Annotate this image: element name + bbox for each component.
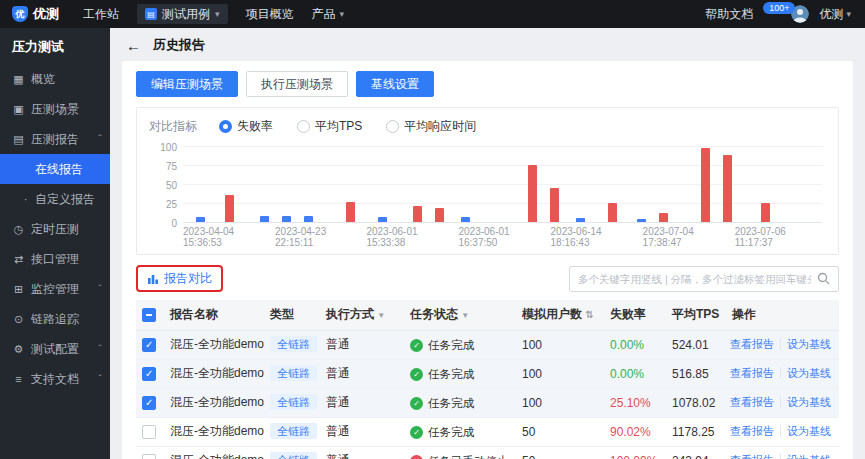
exec-mode: 普通: [320, 330, 404, 359]
success-icon: [410, 368, 423, 381]
sidebar: 压力测试 ▦概览▣压测场景▤压测报告ˆ在线报告·自定义报告◷定时压测⇄接口管理⊞…: [0, 28, 110, 459]
row-checkbox[interactable]: [142, 396, 156, 410]
radio-dot-icon: [297, 120, 310, 133]
exec-mode: 普通: [320, 446, 404, 459]
sidebar-item-test-config[interactable]: ⚙测试配置ˇ: [0, 334, 110, 364]
search-input[interactable]: [578, 273, 811, 285]
chart-bar: [659, 213, 668, 222]
sidebar-item-scenes[interactable]: ▣压测场景: [0, 94, 110, 124]
notification-badge[interactable]: 100+: [763, 2, 795, 14]
report-compare-button[interactable]: 报告对比: [147, 270, 212, 287]
sidebar-item-monitor-mgmt[interactable]: ⊞监控管理ˇ: [0, 274, 110, 304]
sort-icon[interactable]: ⇅: [585, 309, 593, 320]
nav-project-overview[interactable]: 项目概览: [246, 6, 294, 23]
sidebar-item-label: 定时压测: [31, 221, 79, 238]
view-report-link[interactable]: 查看报告: [730, 338, 774, 350]
bar-chart: 1007550250: [183, 146, 822, 222]
sidebar-item-reports[interactable]: ▤压测报告ˆ: [0, 124, 110, 154]
chart-bar: [550, 188, 559, 222]
table-row[interactable]: 混压-全功能demo全链路普通任务已手动停止50100.00%243.94查看报…: [136, 446, 839, 459]
set-baseline-link[interactable]: 设为基线: [780, 396, 831, 408]
row-checkbox[interactable]: [142, 425, 156, 439]
user-count: 100: [516, 330, 604, 359]
sidebar-item-api-mgmt[interactable]: ⇄接口管理: [0, 244, 110, 274]
x-tick-label: 2023-06-01 16:37:50: [458, 226, 550, 248]
table-row[interactable]: 混压-全功能demo全链路普通任务完成1000.00%516.85查看报告设为基…: [136, 359, 839, 388]
x-tick-label: 2023-07-06 11:17:37: [735, 226, 826, 248]
row-checkbox[interactable]: [142, 367, 156, 381]
chart-bar: [378, 217, 387, 222]
status-text: 任务已手动停止: [428, 454, 509, 459]
nav-workstation[interactable]: 工作站: [83, 6, 119, 23]
nav-products[interactable]: 产品 ▾: [312, 6, 345, 23]
chart-x-labels: 2023-04-04 15:36:532023-04-23 22:15:1120…: [183, 226, 826, 248]
metric-radio[interactable]: 失败率: [219, 118, 273, 135]
row-actions: 查看报告设为基线: [726, 359, 839, 388]
row-checkbox[interactable]: [142, 454, 156, 459]
table-row[interactable]: 混压-全功能demo全链路普通任务完成10025.10%1078.02查看报告设…: [136, 388, 839, 417]
report-name: 混压-全功能demo: [164, 446, 264, 459]
chart-bar: [608, 203, 617, 222]
status-text: 任务完成: [428, 367, 474, 382]
table-row[interactable]: 混压-全功能demo全链路普通任务完成1000.00%524.01查看报告设为基…: [136, 330, 839, 359]
set-baseline-link[interactable]: 设为基线: [780, 425, 831, 437]
view-report-link[interactable]: 查看报告: [730, 425, 774, 437]
main-content: ← 历史报告 编辑压测场景 执行压测场景 基线设置 对比指标 失败率平均TPS平…: [110, 28, 865, 459]
metric-radio[interactable]: 平均TPS: [297, 118, 362, 135]
chart-bar: [528, 165, 537, 222]
report-name: 混压-全功能demo: [164, 359, 264, 388]
sidebar-item-overview[interactable]: ▦概览: [0, 64, 110, 94]
sidebar-item-scheduled[interactable]: ◷定时压测: [0, 214, 110, 244]
chart-bar: [282, 216, 291, 222]
row-actions: 查看报告设为基线: [726, 446, 839, 459]
project-icon: ▤: [145, 8, 157, 20]
clock-icon: ◷: [12, 223, 25, 236]
select-all-checkbox[interactable]: [142, 308, 156, 322]
set-baseline-link[interactable]: 设为基线: [780, 454, 831, 459]
sidebar-item-online-report[interactable]: 在线报告: [0, 154, 110, 184]
edit-scene-button[interactable]: 编辑压测场景: [136, 71, 238, 97]
sidebar-item-tracing[interactable]: ⊙链路追踪: [0, 304, 110, 334]
chart-bar: [637, 219, 646, 222]
user-menu[interactable]: 优测 ▾: [819, 6, 851, 23]
sidebar-item-support-docs[interactable]: ≡支持文档ˇ: [0, 364, 110, 394]
view-report-link[interactable]: 查看报告: [730, 396, 774, 408]
app-logo[interactable]: 优 优测: [0, 5, 65, 23]
chart-bar: [435, 208, 444, 222]
metric-radio-label: 平均TPS: [315, 118, 362, 135]
project-selector[interactable]: ▤ 测试用例 ▾: [137, 4, 228, 24]
filter-icon[interactable]: ▼: [461, 311, 469, 320]
metric-radio[interactable]: 平均响应时间: [386, 118, 476, 135]
stopped-icon: [410, 455, 423, 459]
metric-radio-label: 失败率: [237, 118, 273, 135]
chart-bar: [346, 202, 355, 222]
user-count: 50: [516, 417, 604, 446]
chevron-down-icon: ˇ: [98, 373, 102, 385]
monitor-icon: ⊞: [12, 283, 25, 296]
sidebar-item-custom-report[interactable]: ·自定义报告: [0, 184, 110, 214]
exec-mode: 普通: [320, 359, 404, 388]
table-row[interactable]: 混压-全功能demo全链路普通任务完成5090.02%1178.25查看报告设为…: [136, 417, 839, 446]
set-baseline-link[interactable]: 设为基线: [780, 338, 831, 350]
task-status: 任务已手动停止: [404, 446, 516, 459]
view-report-link[interactable]: 查看报告: [730, 367, 774, 379]
help-docs-link[interactable]: 帮助文档: [705, 6, 753, 23]
view-report-link[interactable]: 查看报告: [730, 454, 774, 459]
chart-bar: [225, 195, 234, 222]
filter-icon[interactable]: ▼: [377, 311, 385, 320]
sidebar-item-label: 自定义报告: [35, 191, 95, 208]
chart-panel: 对比指标 失败率平均TPS平均响应时间 1007550250 2023-04-0…: [136, 107, 839, 255]
baseline-settings-button[interactable]: 基线设置: [356, 71, 434, 97]
row-checkbox[interactable]: [142, 338, 156, 352]
y-tick-label: 75: [151, 161, 177, 172]
run-scene-button[interactable]: 执行压测场景: [246, 71, 348, 97]
task-status: 任务完成: [404, 417, 516, 446]
app-name: 优测: [33, 5, 59, 23]
set-baseline-link[interactable]: 设为基线: [780, 367, 831, 379]
exec-mode: 普通: [320, 388, 404, 417]
chevron-down-icon: ▾: [340, 9, 345, 19]
back-arrow-icon[interactable]: ←: [126, 38, 141, 53]
toolbar: 报告对比: [136, 265, 839, 292]
topbar: 优 优测 工作站 ▤ 测试用例 ▾ 项目概览 产品 ▾ 帮助文档 100+ 优测…: [0, 0, 865, 28]
search-icon[interactable]: [817, 272, 830, 285]
